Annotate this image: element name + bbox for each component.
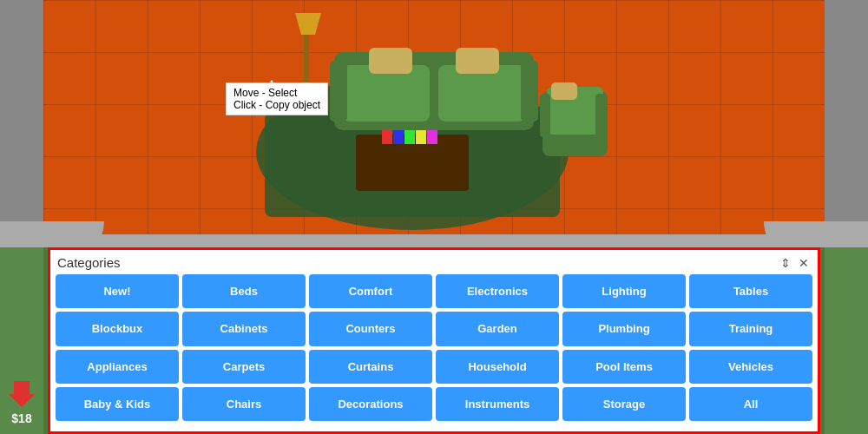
category-button-garden[interactable]: Garden [436,312,559,345]
category-button-appliances[interactable]: Appliances [56,350,179,384]
svg-rect-17 [551,82,577,100]
side-panel-right [825,247,868,434]
svg-rect-22 [298,97,315,104]
scene-svg [48,0,820,234]
svg-rect-12 [456,48,499,74]
svg-rect-13 [330,61,347,122]
category-button-curtains[interactable]: Curtains [309,350,432,384]
category-button-plumbing[interactable]: Plumbing [562,312,686,345]
svg-rect-18 [540,94,550,137]
category-button-tables[interactable]: Tables [689,274,812,308]
category-button-chairs[interactable]: Chairs [182,387,306,421]
category-button-beds[interactable]: Beds [182,274,306,308]
gray-bar [0,234,868,247]
categories-title: Categories [57,255,121,270]
category-button-baby---kids[interactable]: Baby & Kids [56,387,179,421]
category-button-instruments[interactable]: Instruments [436,387,559,421]
svg-rect-6 [416,128,426,144]
category-button-comfort[interactable]: Comfort [309,274,432,308]
svg-marker-21 [295,13,321,35]
game-viewport: Move - Select Click - Copy object [0,0,868,234]
wall-right [820,0,868,234]
category-button-vehicles[interactable]: Vehicles [689,350,812,384]
category-button-new-[interactable]: New! [56,274,179,308]
categories-grid: New!BedsComfortElectronicsLightingTables… [56,274,812,421]
side-panel-left: $18 [0,247,43,434]
close-icon-button[interactable]: ✕ [797,256,811,270]
svg-rect-7 [427,128,437,144]
svg-rect-14 [521,61,538,122]
wall-left [0,0,48,234]
svg-rect-5 [404,128,415,144]
resize-icon-button[interactable]: ⇕ [779,256,792,270]
arrow-down-icon [9,381,35,407]
svg-marker-23 [265,80,279,102]
category-button-lighting[interactable]: Lighting [562,274,686,308]
header-icons: ⇕ ✕ [779,256,811,270]
svg-rect-11 [369,48,412,74]
category-button-decorations[interactable]: Decorations [309,387,432,421]
category-button-counters[interactable]: Counters [309,312,432,345]
category-button-cabinets[interactable]: Cabinets [182,312,306,345]
category-button-training[interactable]: Training [689,312,812,345]
categories-header: Categories ⇕ ✕ [56,255,812,270]
category-button-all[interactable]: All [689,387,812,421]
category-button-carpets[interactable]: Carpets [182,350,306,384]
category-button-household[interactable]: Household [436,350,559,384]
category-button-storage[interactable]: Storage [562,387,686,421]
svg-rect-4 [393,128,404,144]
svg-rect-19 [595,94,606,137]
bottom-section: $18 Categories ⇕ ✕ New!BedsComfortElectr… [0,234,868,434]
price-label: $18 [11,411,31,425]
category-button-blockbux[interactable]: Blockbux [56,312,179,345]
category-button-electronics[interactable]: Electronics [436,274,559,308]
category-button-pool-items[interactable]: Pool Items [562,350,686,384]
svg-rect-3 [382,128,392,144]
categories-panel: Categories ⇕ ✕ New!BedsComfortElectronic… [48,247,820,434]
